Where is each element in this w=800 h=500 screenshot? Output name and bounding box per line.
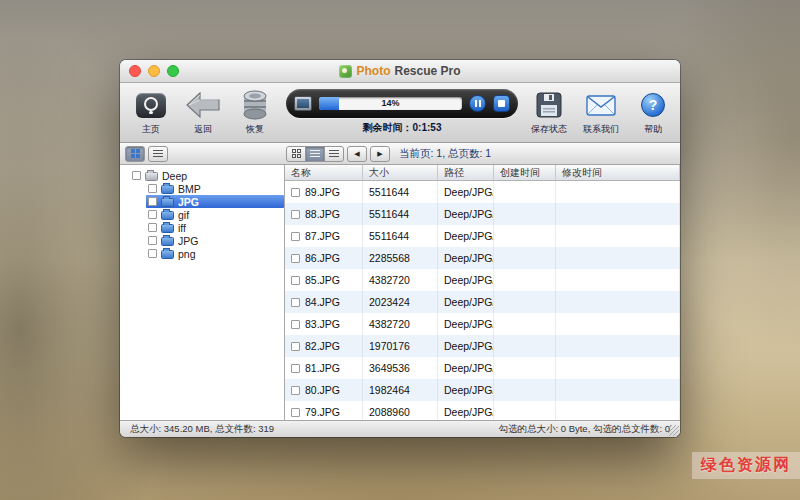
back-button[interactable]: 返回 (178, 89, 228, 137)
table-body: 89.JPG 5511644 Deep/JPG/ 88.JPG 5511644 … (285, 181, 680, 420)
sidebar-item-label: JPG (178, 235, 198, 247)
tree-view-icon (131, 149, 140, 158)
contact-label: 联系我们 (583, 123, 619, 136)
cell-path: Deep/JPG/ (438, 357, 494, 379)
cell-modified (556, 401, 680, 420)
minimize-button[interactable] (148, 65, 160, 77)
list-view-toggle[interactable] (148, 146, 168, 162)
row-checkbox[interactable] (291, 232, 300, 241)
table-row[interactable]: 83.JPG 4382720 Deep/JPG/ (285, 313, 680, 335)
folder-icon (161, 224, 174, 233)
home-button[interactable]: 主页 (126, 89, 176, 137)
tree-view-toggle[interactable] (125, 146, 145, 162)
save-state-button[interactable]: 保存状态 (524, 89, 574, 137)
cell-name: 86.JPG (285, 247, 363, 269)
progress-module: 14% 剩余时间：0:1:53 (286, 89, 518, 135)
contact-button[interactable]: 联系我们 (576, 89, 626, 137)
row-checkbox[interactable] (291, 210, 300, 219)
table-row[interactable]: 82.JPG 1970176 Deep/JPG/ (285, 335, 680, 357)
sidebar-folder-item[interactable]: iff (146, 221, 284, 234)
row-checkbox[interactable] (291, 320, 300, 329)
cell-name: 89.JPG (285, 181, 363, 203)
help-button[interactable]: ? 帮助 (628, 89, 678, 137)
thumbnail-view-button[interactable] (286, 146, 306, 162)
home-label: 主页 (142, 123, 160, 136)
cell-path: Deep/JPG/ (438, 181, 494, 203)
progress-percent: 14% (319, 97, 462, 110)
resize-grip[interactable] (668, 425, 679, 436)
content-area: Deep BMP JPG gif iff JPG png 名称 大小 (120, 165, 680, 420)
table-row[interactable]: 89.JPG 5511644 Deep/JPG/ (285, 181, 680, 203)
table-row[interactable]: 80.JPG 1982464 Deep/JPG/ (285, 379, 680, 401)
window-title: Photo Rescue Pro (339, 64, 460, 78)
app-window: Photo Rescue Pro 主页 返回 (120, 60, 680, 437)
table-row[interactable]: 88.JPG 5511644 Deep/JPG/ (285, 203, 680, 225)
sidebar-folder-item[interactable]: BMP (146, 182, 284, 195)
tree-root-deep[interactable]: Deep (120, 169, 284, 182)
sidebar-folder-item[interactable]: gif (146, 208, 284, 221)
detail-view-icon (310, 150, 320, 158)
table-row[interactable]: 84.JPG 2023424 Deep/JPG/ (285, 291, 680, 313)
table-row[interactable]: 86.JPG 2285568 Deep/JPG/ (285, 247, 680, 269)
compact-view-button[interactable] (324, 146, 344, 162)
row-checkbox[interactable] (291, 276, 300, 285)
detail-view-button[interactable] (305, 146, 325, 162)
cell-modified (556, 269, 680, 291)
table-row[interactable]: 81.JPG 3649536 Deep/JPG/ (285, 357, 680, 379)
remaining-time: 剩余时间：0:1:53 (363, 121, 442, 135)
row-checkbox[interactable] (291, 408, 300, 417)
cell-size: 1982464 (363, 379, 438, 401)
prev-page-button[interactable]: ◀ (347, 146, 367, 162)
cell-created (494, 357, 556, 379)
table-row[interactable]: 79.JPG 2088960 Deep/JPG/ (285, 401, 680, 420)
cell-name-text: 82.JPG (305, 340, 340, 352)
folder-checkbox[interactable] (148, 210, 157, 219)
table-row[interactable]: 87.JPG 5511644 Deep/JPG/ (285, 225, 680, 247)
close-button[interactable] (129, 65, 141, 77)
column-header-modified[interactable]: 修改时间 (556, 165, 680, 180)
cell-size: 4382720 (363, 269, 438, 291)
sidebar-folder-item[interactable]: JPG (146, 234, 284, 247)
progress-bar: 14% (319, 97, 462, 110)
next-page-button[interactable]: ▶ (370, 146, 390, 162)
column-header-name[interactable]: 名称 (285, 165, 363, 180)
folder-tree: Deep BMP JPG gif iff JPG png (120, 165, 285, 420)
root-checkbox[interactable] (132, 171, 141, 180)
cell-name: 83.JPG (285, 313, 363, 335)
row-checkbox[interactable] (291, 254, 300, 263)
cell-modified (556, 203, 680, 225)
folder-checkbox[interactable] (148, 197, 157, 206)
zoom-button[interactable] (167, 65, 179, 77)
row-checkbox[interactable] (291, 188, 300, 197)
cell-name: 87.JPG (285, 225, 363, 247)
column-header-size[interactable]: 大小 (363, 165, 438, 180)
column-header-created[interactable]: 创建时间 (494, 165, 556, 180)
row-checkbox[interactable] (291, 342, 300, 351)
remaining-time-value: 0:1:53 (413, 122, 442, 133)
home-icon (136, 93, 166, 118)
folder-checkbox[interactable] (148, 249, 157, 258)
column-header-path[interactable]: 路径 (438, 165, 494, 180)
table-row[interactable]: 85.JPG 4382720 Deep/JPG/ (285, 269, 680, 291)
traffic-lights (129, 65, 179, 77)
cell-path: Deep/JPG/ (438, 291, 494, 313)
row-checkbox[interactable] (291, 298, 300, 307)
folder-checkbox[interactable] (148, 236, 157, 245)
folder-checkbox[interactable] (148, 223, 157, 232)
envelope-icon (586, 95, 616, 116)
recover-button[interactable]: 恢复 (230, 89, 280, 137)
row-checkbox[interactable] (291, 386, 300, 395)
row-checkbox[interactable] (291, 364, 300, 373)
cell-name: 79.JPG (285, 401, 363, 420)
sidebar-folder-item[interactable]: png (146, 247, 284, 260)
folder-checkbox[interactable] (148, 184, 157, 193)
pause-button[interactable] (469, 95, 486, 112)
sidebar-folder-item[interactable]: JPG (146, 195, 284, 208)
sub-toolbar: ◀ ▶ 当前页: 1, 总页数: 1 (120, 143, 680, 165)
cell-size: 5511644 (363, 181, 438, 203)
cell-created (494, 203, 556, 225)
status-bar: 总大小: 345.20 MB, 总文件数: 319 勾选的总大小: 0 Byte… (120, 420, 680, 437)
tree-root-label: Deep (162, 170, 187, 182)
stop-button[interactable] (493, 95, 510, 112)
cell-size: 2023424 (363, 291, 438, 313)
